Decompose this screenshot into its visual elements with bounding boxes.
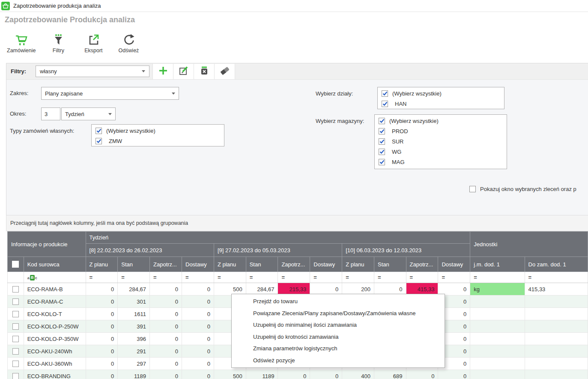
context-menu-item[interactable]: Odśwież pozycje xyxy=(232,355,445,367)
dozam-cell[interactable] xyxy=(525,308,588,320)
checkbox-box[interactable] xyxy=(12,298,19,305)
checkbox-box[interactable] xyxy=(12,373,19,379)
filter-delete-button[interactable] xyxy=(194,64,215,79)
dozam-cell[interactable] xyxy=(525,345,588,358)
filter-preset-combobox[interactable]: własny xyxy=(36,66,149,77)
value-cell[interactable]: 0 xyxy=(278,370,310,379)
listbox-option[interactable]: SUR xyxy=(375,136,507,146)
column-header-kod[interactable]: Kod surowca xyxy=(24,257,86,272)
value-cell[interactable]: 0 xyxy=(182,308,214,320)
checkbox-box[interactable] xyxy=(12,361,19,367)
value-cell[interactable]: 0 xyxy=(86,370,118,379)
value-cell[interactable]: 0 xyxy=(150,320,182,333)
checkbox-box[interactable] xyxy=(379,159,385,165)
row-checkbox[interactable] xyxy=(8,345,24,358)
equals-filter-cell[interactable]: = xyxy=(310,272,342,283)
listbox-option[interactable]: (Wybierz wszystkie) xyxy=(378,88,504,98)
value-cell[interactable]: 0 xyxy=(182,358,214,370)
context-menu-item[interactable]: Zmiana parametrów logistycznych xyxy=(232,343,445,355)
filter-edit-button[interactable] xyxy=(173,64,194,79)
equals-filter-cell[interactable]: = xyxy=(406,272,438,283)
toolbar-button-odswiez[interactable]: Odśwież xyxy=(116,31,141,54)
jm-cell[interactable] xyxy=(470,358,525,370)
checkbox-box[interactable] xyxy=(12,348,19,355)
kod-cell[interactable]: ECO-RAMA-C xyxy=(24,295,86,308)
checkbox-box[interactable] xyxy=(96,128,102,134)
value-cell[interactable]: 0 xyxy=(86,283,118,295)
equals-filter-cell[interactable]: = xyxy=(470,272,525,283)
select-all-checkbox[interactable] xyxy=(8,257,24,272)
column-header-dostawy[interactable]: Dostawy xyxy=(438,257,470,272)
checkbox-box[interactable] xyxy=(379,118,385,124)
value-cell[interactable]: 284,67 xyxy=(118,283,150,295)
jm-cell[interactable] xyxy=(470,320,525,333)
jm-cell[interactable]: kg xyxy=(470,283,525,295)
kod-cell[interactable]: ECO-KOLO-T xyxy=(24,308,86,320)
value-cell[interactable]: 0 xyxy=(86,308,118,320)
column-header-zplanu[interactable]: Z planu xyxy=(214,257,246,272)
value-cell[interactable]: 1611 xyxy=(118,308,150,320)
jm-cell[interactable] xyxy=(470,345,525,358)
zakres-combobox[interactable]: Plany zapisane xyxy=(41,87,179,100)
column-header-zapotrz[interactable]: Zapotrz... xyxy=(406,257,438,272)
row-checkbox[interactable] xyxy=(8,370,24,379)
checkbox-box[interactable] xyxy=(382,101,388,107)
checkbox-box[interactable] xyxy=(379,149,385,155)
context-menu-item[interactable]: Uzupełnij do minimalnej ilości zamawiani… xyxy=(232,319,445,331)
equals-filter-cell[interactable]: = xyxy=(438,272,470,283)
value-cell[interactable]: 291 xyxy=(118,345,150,358)
value-cell[interactable]: 0 xyxy=(150,345,182,358)
listbox-option[interactable]: MAG xyxy=(375,157,507,167)
toolbar-button-eksport[interactable]: Eksport xyxy=(81,31,106,54)
listbox-option[interactable]: PROD xyxy=(375,126,507,136)
week-band-2[interactable]: [10] 06.03.2023 do 12.03.2023 xyxy=(342,244,470,257)
listbox-option[interactable]: WG xyxy=(375,146,507,157)
context-menu-item[interactable]: Powiązane Zlecenia/Plany zapisane/Dostaw… xyxy=(232,307,445,319)
equals-filter-cell[interactable]: = xyxy=(525,272,588,283)
dozam-cell[interactable] xyxy=(525,320,588,333)
jm-cell[interactable] xyxy=(470,295,525,308)
okres-unit-combobox[interactable]: Tydzień xyxy=(61,107,116,120)
value-cell[interactable]: 297 xyxy=(118,358,150,370)
table-row[interactable]: ECO-BRANDING011890050011890040068900 xyxy=(8,370,588,379)
equals-filter-cell[interactable]: = xyxy=(86,272,118,283)
dozam-cell[interactable] xyxy=(525,370,588,379)
toolbar-button-zamowienie[interactable]: Zamówienie xyxy=(7,31,36,54)
week-band-1[interactable]: [9] 27.02.2023 do 05.03.2023 xyxy=(214,244,342,257)
equals-filter-cell[interactable]: = xyxy=(374,272,406,283)
equals-filter-cell[interactable]: = xyxy=(246,272,278,283)
value-cell[interactable]: 0 xyxy=(86,320,118,333)
listbox-option[interactable]: (Wybierz wszystkie) xyxy=(375,116,507,126)
kod-cell[interactable]: ECO-RAMA-B xyxy=(24,283,86,295)
value-cell[interactable]: 1189 xyxy=(118,370,150,379)
value-cell[interactable]: 0 xyxy=(406,370,438,379)
checkbox-box[interactable] xyxy=(469,186,476,192)
value-cell[interactable]: 0 xyxy=(86,358,118,370)
checkbox-box[interactable] xyxy=(12,261,19,268)
value-cell[interactable]: 0 xyxy=(438,370,470,379)
kod-cell[interactable]: ECO-BRANDING xyxy=(24,370,86,379)
value-cell[interactable]: 689 xyxy=(374,370,406,379)
column-header-stan[interactable]: Stan xyxy=(374,257,406,272)
filter-add-button[interactable] xyxy=(153,64,173,79)
dozam-cell[interactable] xyxy=(525,333,588,345)
pokazuj-okno-checkbox[interactable]: Pokazuj okno wybranych zleceń oraz p xyxy=(469,186,576,192)
context-menu-item[interactable]: Uzupełnij do krotności zamawiania xyxy=(232,331,445,343)
value-cell[interactable]: 0 xyxy=(310,370,342,379)
column-header-zapotrz[interactable]: Zapotrz... xyxy=(150,257,182,272)
equals-filter-cell[interactable]: = xyxy=(182,272,214,283)
equals-filter-cell[interactable]: = xyxy=(150,272,182,283)
row-checkbox[interactable] xyxy=(8,358,24,370)
column-header-dozam[interactable]: Do zam. dod. 1 xyxy=(525,257,588,272)
jm-cell[interactable] xyxy=(470,333,525,345)
column-header-zapotrz[interactable]: Zapotrz... xyxy=(278,257,310,272)
listbox-option[interactable]: ZMW xyxy=(92,136,224,146)
column-header-dostawy[interactable]: Dostawy xyxy=(310,257,342,272)
dozam-cell[interactable] xyxy=(525,358,588,370)
value-cell[interactable]: 0 xyxy=(150,295,182,308)
jm-cell[interactable] xyxy=(470,370,525,379)
checkbox-box[interactable] xyxy=(12,311,19,317)
checkbox-box[interactable] xyxy=(379,138,385,145)
kod-cell[interactable]: ECO-KOLO-P-350W xyxy=(24,333,86,345)
checkbox-box[interactable] xyxy=(379,128,385,134)
